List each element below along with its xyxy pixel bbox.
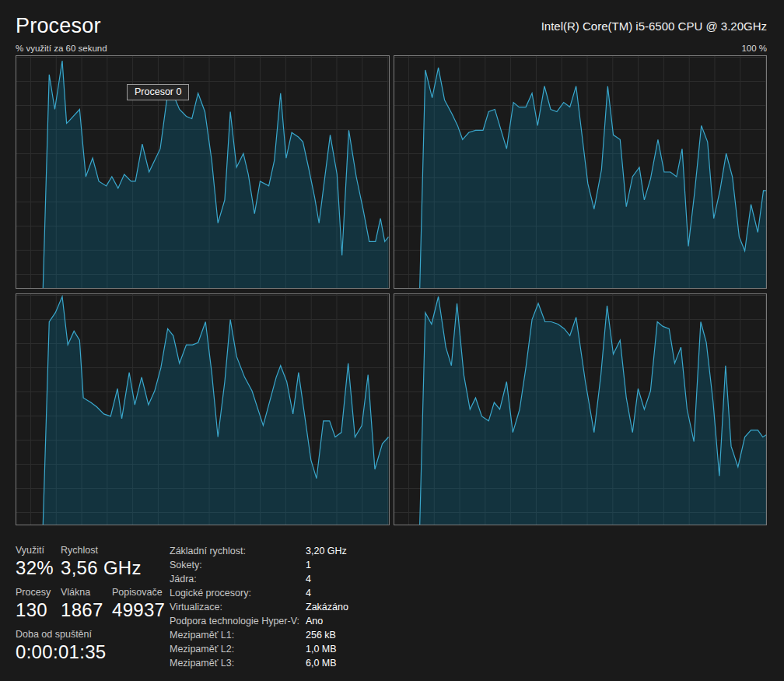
- spec-label: Logické procesory:: [170, 586, 306, 600]
- axis-max-label: 100 %: [741, 44, 767, 53]
- spec-row: Sokety:1: [170, 558, 348, 572]
- spec-row: Mezipaměť L1:256 kB: [170, 628, 348, 642]
- spec-row: Virtualizace:Zakázáno: [170, 600, 348, 614]
- cpu-core-chart-1[interactable]: [394, 55, 768, 289]
- cpu-core-chart-2[interactable]: [16, 293, 390, 525]
- spec-label: Mezipaměť L2:: [170, 642, 306, 656]
- stat-handles: Popisovače 49937: [112, 586, 165, 621]
- spec-label: Mezipaměť L1:: [170, 628, 306, 642]
- axis-labels: % využití za 60 sekund 100 %: [16, 41, 767, 53]
- spec-label: Virtualizace:: [170, 600, 306, 614]
- spec-row: Podpora technologie Hyper-V:Ano: [170, 614, 348, 628]
- stats-left: Využití 32% Rychlost 3,56 GHz Procesy 13…: [16, 544, 170, 670]
- spec-label: Základní rychlost:: [170, 544, 306, 558]
- cpu-core-chart-0[interactable]: [16, 55, 390, 289]
- chart-tooltip: Procesor 0: [127, 84, 189, 100]
- spec-label: Sokety:: [170, 558, 306, 572]
- axis-left-label: % využití za 60 sekund: [16, 44, 107, 53]
- stats-section: Využití 32% Rychlost 3,56 GHz Procesy 13…: [16, 544, 767, 670]
- spec-value: 4: [306, 572, 311, 586]
- spec-value: 3,20 GHz: [306, 544, 347, 558]
- spec-label: Jádra:: [170, 572, 306, 586]
- spec-row: Mezipaměť L2:1,0 MB: [170, 642, 348, 656]
- cpu-core-charts-grid: Procesor 0: [16, 55, 767, 525]
- spec-value: 256 kB: [306, 628, 336, 642]
- spec-value: 1,0 MB: [306, 642, 337, 656]
- spec-row: Mezipaměť L3:6,0 MB: [170, 656, 348, 670]
- spec-row: Logické procesory:4: [170, 586, 348, 600]
- spec-row: Základní rychlost:3,20 GHz: [170, 544, 348, 558]
- spec-label: Podpora technologie Hyper-V:: [170, 614, 306, 628]
- spec-value: 4: [306, 586, 311, 600]
- stat-threads: Vlákna 1867: [61, 586, 112, 621]
- cpu-spec-table: Základní rychlost:3,20 GHzSokety:1Jádra:…: [170, 544, 348, 670]
- cpu-core-chart-3[interactable]: [394, 293, 768, 525]
- cpu-model-name: Intel(R) Core(TM) i5-6500 CPU @ 3.20GHz: [541, 19, 767, 33]
- spec-row: Jádra:4: [170, 572, 348, 586]
- spec-value: Zakázáno: [306, 600, 348, 614]
- header: Procesor Intel(R) Core(TM) i5-6500 CPU @…: [16, 11, 767, 40]
- cpu-performance-page: Procesor Intel(R) Core(TM) i5-6500 CPU @…: [0, 0, 784, 670]
- stat-uptime: Doba od spuštění 0:00:01:35: [16, 628, 106, 663]
- spec-value: 6,0 MB: [306, 656, 337, 670]
- spec-value: Ano: [306, 614, 323, 628]
- stat-utilization: Využití 32%: [16, 544, 61, 579]
- stat-processes: Procesy 130: [16, 586, 61, 621]
- spec-label: Mezipaměť L3:: [170, 656, 306, 670]
- spec-value: 1: [306, 558, 311, 572]
- page-title: Procesor: [16, 14, 101, 38]
- stat-speed: Rychlost 3,56 GHz: [61, 544, 142, 579]
